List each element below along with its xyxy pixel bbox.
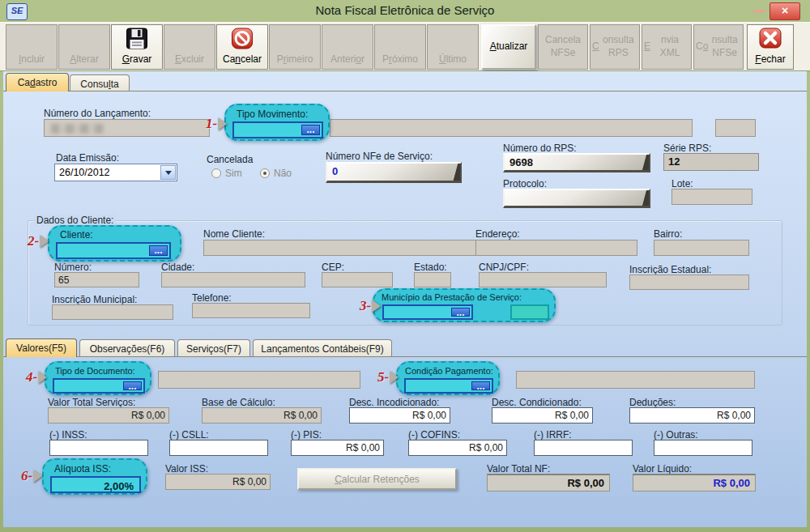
- numero-input[interactable]: [54, 272, 139, 287]
- codigo-auxiliar-input[interactable]: [715, 119, 756, 137]
- numero-lancamento-input[interactable]: [44, 119, 210, 137]
- municipio-input[interactable]: ...: [382, 304, 473, 320]
- cidade-input[interactable]: [161, 272, 305, 287]
- toolbar-button-cancela-nfse[interactable]: Cancela NFSe: [538, 24, 588, 70]
- cancelada-radio-sim[interactable]: Sim: [211, 168, 242, 179]
- radio-selected-icon: [260, 168, 270, 178]
- irrf-input[interactable]: [534, 440, 633, 456]
- tab-servicos[interactable]: Serviços(F7): [177, 339, 250, 356]
- toolbar-button-gravar[interactable]: Gravar: [111, 24, 163, 70]
- data-emissao-combobox[interactable]: 26/10/2012: [54, 164, 177, 181]
- toolbar-button-incluir[interactable]: Incluir: [6, 24, 58, 70]
- nome-cliente-input[interactable]: [203, 240, 488, 256]
- annotation-arrow-icon: [38, 371, 47, 384]
- close-button[interactable]: ×: [770, 2, 800, 20]
- aliquota-iss-input[interactable]: 2,00%: [50, 476, 141, 493]
- calcular-retencoes-button[interactable]: Calcular Retenções: [297, 468, 457, 490]
- tipo-documento-label: Tipo de Documento:: [55, 366, 135, 376]
- toolbar-button-fechar[interactable]: Fechar: [747, 24, 794, 70]
- annotation-marker-6: 6-: [21, 468, 42, 484]
- toolbar-button-consulta-rps[interactable]: Consulta RPS: [590, 24, 640, 70]
- dados-cliente-group-label: Dados do Cliente:: [34, 215, 116, 226]
- valor-total-nf-panel: R$ 0,00: [487, 474, 610, 492]
- aliquota-iss-value: 2,00%: [104, 480, 134, 492]
- condicao-pagamento-descricao-input[interactable]: [516, 371, 755, 389]
- tab-valores[interactable]: Valores(F5): [6, 338, 77, 357]
- nome-cliente-label: Nome Cliente:: [203, 228, 265, 240]
- app-window: SE Nota Fiscal Eletrônica de Serviço × I…: [0, 0, 810, 532]
- inss-input[interactable]: [49, 440, 148, 456]
- municipio-highlight: Município da Prestação de Serviço: ...: [373, 288, 556, 322]
- tab-consulta[interactable]: Consulta: [70, 74, 130, 92]
- outras-input[interactable]: [654, 440, 752, 456]
- deducoes-input[interactable]: [629, 407, 755, 423]
- desc-incondicionado-label: Desc. Incodicionado:: [349, 397, 439, 408]
- cancelada-radio-nao[interactable]: Não: [260, 168, 292, 179]
- pis-input[interactable]: [291, 440, 384, 456]
- tipo-movimento-label: Tipo Movimento:: [237, 109, 308, 120]
- toolbar-button-anterior[interactable]: Anterior: [322, 24, 373, 70]
- data-emissao-label: Data Emissão:: [56, 152, 119, 164]
- tipo-documento-descricao-input[interactable]: [158, 371, 360, 389]
- toolbar-button-atualizar[interactable]: Atualizar: [481, 24, 536, 70]
- inss-label: (-) INSS:: [49, 429, 87, 440]
- condicao-pagamento-lookup-button[interactable]: ...: [471, 381, 490, 390]
- cnpj-cpf-label: CNPJ/CPF:: [479, 262, 529, 273]
- bairro-input[interactable]: [654, 240, 749, 256]
- desc-condicionado-input[interactable]: [492, 407, 593, 423]
- content-area: Cadastro Consulta Número do Lançamento: …: [3, 71, 807, 527]
- cnpj-cpf-input[interactable]: [479, 272, 607, 287]
- inscricao-estadual-input[interactable]: [629, 275, 749, 290]
- valor-liquido-label: Valor Líquido:: [633, 463, 692, 475]
- tipo-documento-lookup-button[interactable]: ...: [123, 381, 142, 390]
- numero-nfe-panel: 0: [326, 162, 462, 183]
- annotation-marker-4: 4-: [26, 369, 47, 385]
- estado-input[interactable]: [414, 272, 451, 287]
- base-calculo-input[interactable]: [202, 407, 322, 423]
- tab-lancamentos-contabeis[interactable]: Lançamentos Contábeis(F9): [253, 339, 392, 356]
- tipo-documento-input[interactable]: ...: [53, 378, 145, 394]
- inscricao-municipal-input[interactable]: [52, 304, 173, 320]
- telefone-input[interactable]: [192, 303, 310, 318]
- tab-observacoes[interactable]: Observações(F6): [79, 339, 175, 356]
- estado-label: Estado:: [414, 262, 447, 273]
- desc-condicionado-label: Desc. Condicionado:: [492, 397, 582, 408]
- annotation-arrow-icon: [40, 235, 49, 248]
- municipio-codigo-input[interactable]: [510, 304, 549, 320]
- condicao-pagamento-input[interactable]: ...: [404, 378, 493, 394]
- toolbar-button-ultimo[interactable]: Último: [427, 24, 479, 70]
- serie-rps-label: Série RPS:: [663, 143, 711, 154]
- csll-input[interactable]: [169, 440, 268, 456]
- tipo-movimento-input[interactable]: ...: [232, 121, 323, 138]
- desc-incondicionado-input[interactable]: [349, 407, 450, 423]
- municipio-lookup-button[interactable]: ...: [451, 308, 470, 317]
- toolbar-button-excluir[interactable]: Excluir: [164, 24, 215, 70]
- data-emissao-value: 26/10/2012: [59, 167, 110, 178]
- endereco-input[interactable]: [475, 240, 637, 256]
- toolbar-button-cancelar[interactable]: Cancelar: [216, 24, 268, 70]
- toolbar-button-proximo[interactable]: Próximo: [374, 24, 426, 70]
- tab-cadastro[interactable]: Cadastro: [6, 73, 69, 92]
- valor-total-servicos-input[interactable]: [48, 407, 169, 423]
- chevron-down-icon: [165, 171, 172, 175]
- toolbar-button-consulta-nfse[interactable]: Consulta NFSe: [693, 24, 744, 70]
- toolbar-button-envia-xml[interactable]: Envia XML: [642, 24, 692, 70]
- annotation-marker-3: 3-: [360, 298, 381, 314]
- cep-input[interactable]: [322, 272, 393, 287]
- dropdown-button[interactable]: [160, 165, 176, 180]
- descricao-movimento-input[interactable]: [330, 119, 693, 137]
- lote-input[interactable]: [671, 189, 752, 205]
- cancelada-label: Cancelada: [207, 154, 253, 165]
- cofins-input[interactable]: [408, 440, 507, 456]
- cliente-lookup-button[interactable]: ...: [149, 245, 168, 256]
- toolbar-button-alterar[interactable]: Alterar: [58, 24, 110, 70]
- numero-rps-label: Número do RPS:: [503, 143, 577, 154]
- numero-lancamento-label: Número do Lançamento:: [44, 108, 151, 119]
- toolbar-button-primeiro[interactable]: Primeiro: [269, 24, 321, 70]
- numero-rps-panel: 9698: [503, 153, 650, 172]
- cliente-input[interactable]: ...: [56, 242, 171, 259]
- tipo-movimento-lookup-button[interactable]: ...: [301, 125, 320, 135]
- valor-liquido-panel: R$ 0,00: [633, 474, 756, 492]
- floppy-disk-icon: [126, 28, 148, 52]
- valor-iss-input[interactable]: [165, 474, 271, 490]
